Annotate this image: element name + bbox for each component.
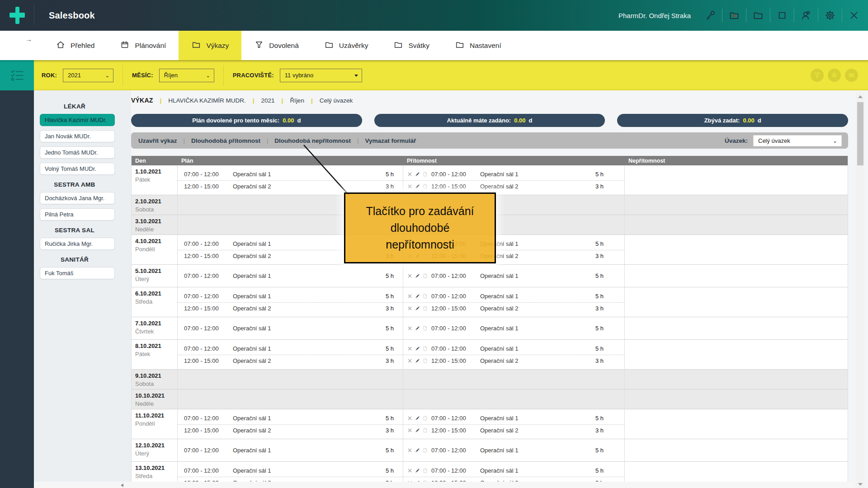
edit-icon[interactable]: [415, 358, 420, 364]
delete-icon[interactable]: [407, 183, 413, 189]
staff-item[interactable]: Hlavička Kazimír MUDr.: [40, 114, 115, 126]
staff-item[interactable]: Docházková Jana Mgr.: [40, 192, 115, 204]
edit-icon[interactable]: [415, 346, 420, 352]
tab-dovolena[interactable]: Dovolená: [241, 31, 311, 60]
document-icon[interactable]: [422, 427, 428, 433]
edit-icon[interactable]: [415, 273, 420, 279]
folder-icon[interactable]: [750, 8, 766, 23]
shift-entry: 12:00 - 15:00Operační sál 23 h: [403, 302, 624, 314]
breadcrumb: VÝKAZ|HLAVIČKA KAZIMÍR MUDR.|2021|Říjen|…: [131, 96, 848, 104]
tab-prehled[interactable]: Přehled: [43, 31, 107, 60]
staff-item[interactable]: Ručička Jirka Mgr.: [40, 238, 115, 250]
document-icon[interactable]: [422, 171, 428, 177]
edit-icon[interactable]: [415, 447, 420, 453]
window-icon[interactable]: [774, 8, 790, 23]
delete-icon[interactable]: [407, 293, 413, 299]
tab-svatky[interactable]: Svátky: [381, 31, 442, 60]
document-icon[interactable]: [422, 305, 428, 311]
uzavrit-vykaz-button[interactable]: Uzavřít výkaz: [137, 137, 178, 144]
edit-icon[interactable]: [415, 171, 420, 177]
edit-icon[interactable]: [415, 415, 420, 421]
delete-icon[interactable]: [407, 358, 413, 364]
funnel-button[interactable]: [811, 69, 824, 82]
delete-icon[interactable]: [407, 447, 413, 453]
delete-icon[interactable]: [407, 427, 413, 433]
delete-icon[interactable]: [407, 273, 413, 279]
staff-item[interactable]: Volný Tomáš MUDr.: [40, 163, 115, 175]
scroll-up-arrow-icon[interactable]: [858, 95, 863, 98]
delete-icon[interactable]: [407, 325, 413, 331]
menu-button[interactable]: [845, 69, 858, 82]
print-button[interactable]: [828, 69, 841, 82]
staff-item[interactable]: Fuk Tomáš: [40, 267, 115, 279]
collapse-arrow-icon[interactable]: →: [25, 35, 32, 43]
shift-hours: 3 h: [386, 305, 394, 312]
table-row: 7.10.2021Čtvrtek07:00 - 12:00Operační sá…: [132, 317, 848, 340]
vertical-scroll-thumb[interactable]: [857, 102, 863, 165]
shift-place: Operační sál 1: [480, 345, 519, 352]
delete-icon[interactable]: [407, 415, 413, 421]
folder-n-icon[interactable]: N: [726, 8, 742, 23]
shift-actions: [407, 183, 430, 189]
document-icon[interactable]: [422, 183, 428, 189]
app-logo: [0, 0, 34, 31]
edit-icon[interactable]: [415, 305, 420, 311]
callout-line: nepřítomnosti: [386, 236, 454, 253]
day-date: 4.10.2021: [135, 237, 175, 245]
gear-icon[interactable]: [822, 8, 838, 23]
shift-entry: 07:00 - 12:00Operační sál 15 h: [178, 168, 403, 180]
edit-icon[interactable]: [415, 427, 420, 433]
staff-item[interactable]: Jedno Tomáš MUDr.: [40, 146, 115, 159]
tab-uzaverky[interactable]: Uzávěrky: [311, 31, 381, 60]
tab-planovani[interactable]: Plánování: [107, 31, 179, 60]
breadcrumb-separator: |: [311, 97, 313, 104]
scroll-left-arrow-icon[interactable]: [121, 483, 123, 487]
delete-icon[interactable]: [407, 346, 413, 352]
document-icon[interactable]: [422, 346, 428, 352]
uvazek-select[interactable]: Celý úvazek ⌄: [753, 135, 842, 146]
document-icon[interactable]: [422, 358, 428, 364]
day-weekday: Středa: [135, 298, 175, 306]
dlouhodoba-nepritomnost-button[interactable]: Dlouhodobá nepřítomnost: [274, 137, 352, 144]
document-icon[interactable]: [422, 325, 428, 331]
summary-value: 0.00: [514, 117, 525, 124]
delete-icon[interactable]: [407, 305, 413, 311]
staff-item[interactable]: Pilná Petra: [40, 208, 115, 221]
filter-select-rok[interactable]: 2021⌄: [63, 69, 113, 82]
edit-icon[interactable]: [415, 468, 420, 474]
shift-place: Operační sál 2: [233, 305, 271, 312]
filter-select-mesic[interactable]: Říjen⌄: [159, 69, 214, 82]
delete-icon[interactable]: [407, 171, 413, 177]
shift-place: Operační sál 1: [233, 240, 271, 247]
edit-icon[interactable]: [415, 183, 420, 189]
document-icon[interactable]: [422, 293, 428, 299]
shift-entry: 12:00 - 15:00Operační sál 23 h: [403, 355, 624, 367]
vymazat-formular-button[interactable]: Vymazat formulář: [364, 137, 417, 144]
delete-icon[interactable]: [407, 468, 413, 474]
shift-entry: 07:00 - 12:00Operační sál 15 h: [403, 168, 624, 180]
sidebar-toggle[interactable]: [0, 60, 34, 90]
table-row: 11.10.2021Pondělí07:00 - 12:00Operační s…: [132, 409, 848, 439]
edit-icon[interactable]: [415, 325, 420, 331]
staff-item[interactable]: Jan Novák MUDr.: [40, 130, 115, 142]
scroll-down-arrow-icon[interactable]: [858, 483, 863, 486]
horizontal-scrollbar[interactable]: [34, 482, 853, 488]
document-icon[interactable]: [422, 415, 428, 421]
top-header: Salesbook PharmDr. Ondřej Straka N: [0, 0, 868, 31]
dlouhodoba-pritomnost-button[interactable]: Dlouhodobá přítomnost: [190, 137, 261, 144]
tab-nastaveni[interactable]: Nastavení: [442, 31, 514, 60]
user-icon[interactable]: [798, 8, 814, 23]
document-icon[interactable]: [422, 447, 428, 453]
filter-select-pracoviste[interactable]: 11 vybráno: [280, 69, 362, 82]
edit-icon[interactable]: [415, 293, 420, 299]
shift-entry: 07:00 - 12:00Operační sál 15 h: [403, 322, 624, 334]
day-date: 9.10.2021: [135, 372, 175, 380]
close-icon[interactable]: [846, 8, 862, 23]
document-icon[interactable]: [422, 273, 428, 279]
vertical-scrollbar[interactable]: [856, 92, 865, 488]
key-icon[interactable]: [703, 8, 718, 23]
tab-label: Uzávěrky: [339, 42, 368, 50]
shift-place: Operační sál 2: [233, 427, 271, 434]
tab-vykazy[interactable]: Výkazy: [179, 31, 241, 60]
document-icon[interactable]: [422, 468, 428, 474]
